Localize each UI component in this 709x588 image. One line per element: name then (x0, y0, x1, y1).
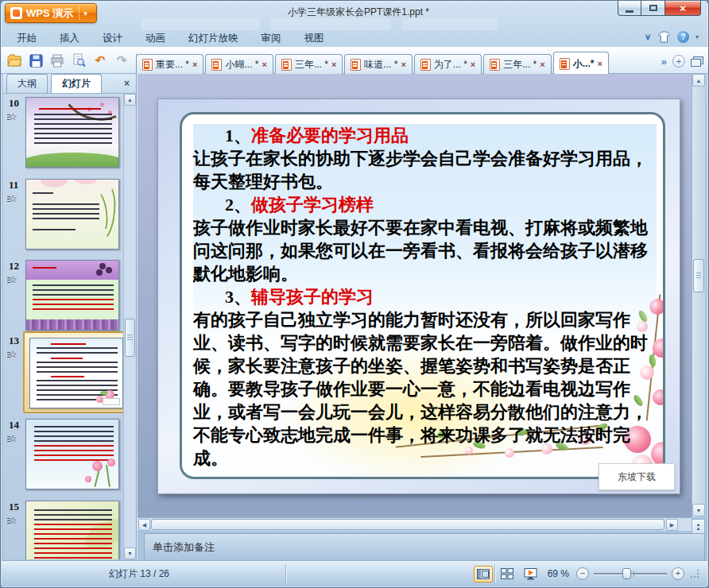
menu-item-design[interactable]: 设计 (103, 32, 122, 45)
animation-star-icon[interactable]: ☆ (9, 433, 17, 444)
close-icon[interactable]: × (331, 60, 336, 69)
animation-star-icon[interactable]: ☆ (9, 515, 17, 526)
close-icon[interactable]: × (262, 60, 266, 69)
maximize-button[interactable] (641, 1, 665, 16)
statusbar-right-cluster: 69 % − + (474, 561, 699, 586)
current-slide[interactable]: 1、准备必要的学习用品 让孩子在家长的协助下逐步学会自己学会准备好学习用品，每天… (157, 99, 680, 494)
slide-thumbnail-10[interactable] (25, 97, 119, 168)
chevron-down-icon[interactable]: ▾ (695, 33, 699, 41)
redo-button[interactable]: ↷ (113, 52, 130, 69)
scroll-down-icon[interactable]: ▼ (124, 547, 136, 559)
heading-title: 准备必要的学习用品 (251, 126, 409, 145)
close-button[interactable]: × (665, 1, 701, 16)
scroll-left-icon[interactable]: ◀ (138, 519, 150, 531)
vertical-scrollbar[interactable]: ▲ ▼ (692, 74, 705, 517)
menu-item-animation[interactable]: 动画 (145, 32, 165, 45)
vertical-scrollbar-thumb[interactable] (693, 259, 704, 292)
slideshow-play-button[interactable] (521, 566, 540, 582)
watermark-badge: 东坡下载 (599, 463, 675, 490)
decor-flower (107, 458, 115, 466)
zoom-in-button[interactable]: + (672, 567, 684, 580)
collapse-ribbon-icon[interactable]: ∨ (645, 32, 651, 42)
main-area: 1、准备必要的学习用品 让孩子在家长的协助下逐步学会自己学会准备好学习用品，每天… (138, 74, 705, 561)
maximize-icon (649, 5, 657, 11)
normal-view-button[interactable] (474, 566, 493, 582)
close-icon[interactable]: × (471, 60, 475, 69)
wps-app-button[interactable]: WPS 演示 ▾ (5, 3, 97, 23)
document-tab[interactable]: 为了... * × (414, 54, 482, 75)
thumb-title-line (39, 108, 101, 110)
zoom-out-button[interactable]: − (576, 567, 589, 580)
help-icon[interactable]: ? (677, 31, 689, 43)
scroll-tabs-right-icon[interactable]: » (661, 56, 667, 68)
document-tab[interactable]: 重要... * × (136, 54, 203, 75)
document-tab[interactable]: 三年... * × (275, 54, 343, 75)
divider (79, 6, 79, 20)
slide-sorter-view-button[interactable] (498, 566, 517, 582)
animation-star-icon[interactable]: ☆ (9, 111, 17, 122)
close-icon[interactable]: × (192, 60, 197, 69)
document-tab-label: 味道... * (364, 58, 397, 72)
scroll-up-icon[interactable]: ▲ (124, 94, 136, 106)
chevron-down-icon[interactable]: ▾ (83, 10, 87, 17)
save-button[interactable] (27, 52, 45, 69)
slide-text-box[interactable]: 1、准备必要的学习用品 让孩子在家长的协助下逐步学会自己学会准备好学习用品，每天… (193, 124, 657, 470)
scroll-right-icon[interactable]: ▶ (666, 519, 678, 531)
previous-slide-button[interactable]: ▲ ▲ (692, 519, 705, 535)
tab-slides[interactable]: 幻灯片 (51, 74, 102, 93)
thumb-title-line (33, 267, 56, 269)
document-tab[interactable]: 三年... * × (483, 54, 551, 75)
slide-thumbnail-12[interactable] (25, 260, 119, 331)
slide-thumbnail-14[interactable] (25, 419, 119, 489)
zoom-level: 69 % (548, 568, 569, 579)
slide-thumbnail-13[interactable] (29, 338, 123, 408)
zoom-slider-thumb[interactable] (622, 568, 631, 579)
new-tab-button[interactable]: + (672, 55, 685, 68)
resize-grip-icon (691, 570, 699, 578)
menu-item-slideshow[interactable]: 幻灯片放映 (188, 32, 238, 45)
animation-star-icon[interactable]: ☆ (9, 349, 17, 360)
document-tab[interactable]: 小蝴... * × (205, 54, 273, 75)
printer-icon (50, 54, 64, 68)
slide-thumbnail-11[interactable] (25, 179, 119, 250)
animation-star-icon[interactable]: ☆ (9, 193, 17, 204)
divider (285, 564, 286, 582)
tab-outline[interactable]: 大纲 (6, 74, 48, 93)
document-tab[interactable]: 味道... * × (344, 54, 412, 75)
close-icon[interactable]: × (597, 60, 602, 68)
slide-thumbnail-15[interactable] (25, 501, 119, 559)
selected-slide-frame[interactable] (23, 331, 131, 413)
decor-mosaic (26, 319, 118, 330)
menu-item-insert[interactable]: 插入 (60, 32, 79, 45)
scroll-down-icon[interactable]: ▼ (692, 504, 705, 516)
menu-item-review[interactable]: 审阅 (262, 32, 281, 45)
horizontal-scrollbar[interactable]: ◀ ▶ (138, 517, 692, 531)
minimize-button[interactable] (618, 1, 641, 16)
horizontal-scrollbar-thumb[interactable] (151, 519, 664, 530)
zoom-slider[interactable] (594, 567, 667, 580)
print-button[interactable] (48, 52, 66, 69)
open-file-button[interactable] (6, 52, 23, 69)
animation-star-icon[interactable]: ☆ (9, 274, 17, 285)
ppt-file-icon (420, 59, 431, 71)
close-icon[interactable]: × (540, 60, 544, 69)
print-preview-button[interactable] (70, 52, 87, 69)
menu-item-home[interactable]: 开始 (17, 32, 37, 45)
thumb-text-lines (33, 192, 53, 197)
panel-scrollbar-thumb[interactable] (125, 319, 135, 357)
notes-area[interactable]: 单击添加备注 (144, 533, 705, 561)
skin-tshirt-icon[interactable] (657, 31, 671, 43)
scroll-up-icon[interactable]: ▲ (692, 74, 705, 87)
menu-item-view[interactable]: 视图 (304, 32, 324, 45)
slide-sorter-icon (501, 568, 513, 579)
arrange-windows-icon[interactable] (691, 56, 703, 67)
title-bar: WPS 演示 ▾ 小学三年级家长会PPT课件1.ppt * × (1, 1, 708, 29)
document-tab-active[interactable]: 小...* × (553, 52, 609, 75)
thumb-title-line (51, 343, 86, 345)
panel-scrollbar[interactable]: ▲ ▼ (123, 94, 136, 559)
slide-rounded-rectangle[interactable]: 1、准备必要的学习用品 让孩子在家长的协助下逐步学会自己学会准备好学习用品，每天… (180, 112, 665, 479)
close-panel-icon[interactable]: × (124, 78, 130, 89)
close-icon[interactable]: × (401, 60, 405, 69)
undo-button[interactable]: ↶ (91, 52, 109, 69)
document-tab-bar: 重要... * × 小蝴... * × 三年... * × 味道... * × … (136, 52, 653, 75)
